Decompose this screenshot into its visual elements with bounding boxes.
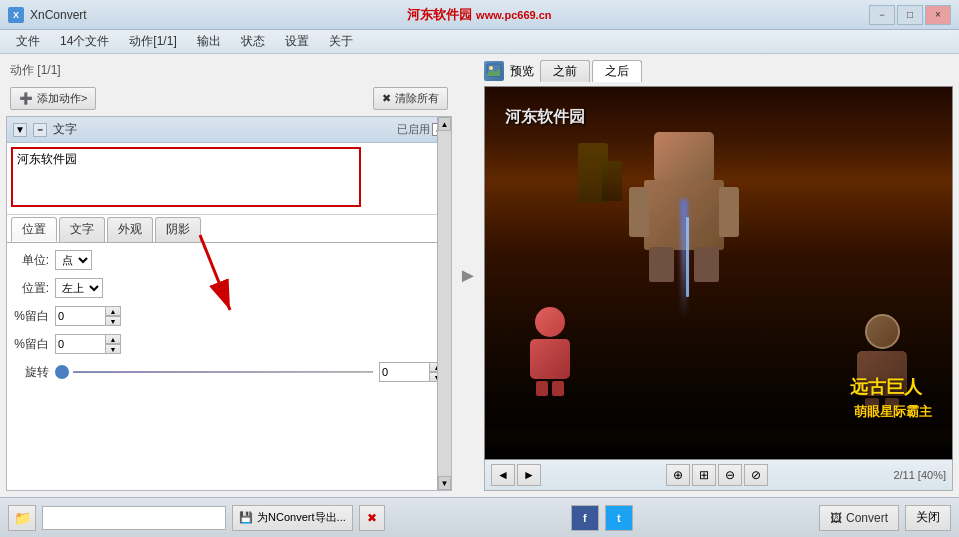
tab-text[interactable]: 文字 — [59, 217, 105, 242]
preview-tabs: 之前 之后 — [540, 60, 642, 82]
close-button[interactable]: 关闭 — [905, 505, 951, 531]
margin-v-spinners: ▲ ▼ — [105, 334, 121, 354]
page-info: 2/11 [40%] — [893, 469, 946, 481]
rotation-handle[interactable] — [55, 365, 69, 379]
scroll-up[interactable]: ▲ — [438, 117, 451, 131]
scroll-track[interactable] — [438, 131, 451, 476]
convert-button[interactable]: 🖼 Convert — [819, 505, 899, 531]
robot-head — [654, 132, 714, 182]
zoom-out-button[interactable]: ⊖ — [718, 464, 742, 486]
zoom-controls: ⊕ ⊞ ⊖ ⊘ — [666, 464, 768, 486]
twitter-button[interactable]: t — [605, 505, 633, 531]
position-label: 位置: — [13, 280, 49, 297]
game-subtitle: 萌眼星际霸主 — [854, 403, 932, 421]
tab-shadow[interactable]: 阴影 — [155, 217, 201, 242]
menu-bar: 文件 14个文件 动作[1/1] 输出 状态 设置 关于 — [0, 30, 959, 54]
robot-leg-r — [694, 247, 719, 282]
structure-2 — [602, 161, 622, 201]
action-name: 文字 — [53, 121, 391, 138]
delete-button[interactable]: ✖ — [359, 505, 385, 531]
clear-all-button[interactable]: ✖ 清除所有 — [373, 87, 448, 110]
margin-v-down[interactable]: ▼ — [105, 344, 121, 354]
preview-controls: ◄ ► ⊕ ⊞ ⊖ ⊘ 2/11 [40%] — [484, 460, 953, 491]
margin-v-field[interactable] — [55, 334, 105, 354]
convert-icon: 🖼 — [830, 511, 842, 525]
zoom-in-button[interactable]: ⊕ — [666, 464, 690, 486]
preview-panel: 预览 之前 之后 — [478, 54, 959, 497]
save-ncvt-button[interactable]: 💾 为NConvert导出... — [232, 505, 353, 531]
settings-content: 单位: 点 位置: 左上 %留白 — [7, 243, 451, 389]
energy-core — [686, 217, 689, 297]
menu-file[interactable]: 文件 — [8, 31, 48, 52]
menu-filecount[interactable]: 14个文件 — [52, 31, 117, 52]
text-content-input[interactable]: 河东软件园 — [11, 147, 361, 207]
scrollbar[interactable]: ▲ ▼ — [437, 117, 451, 490]
menu-about[interactable]: 关于 — [321, 31, 361, 52]
rotation-label: 旋转 — [13, 364, 49, 381]
position-select[interactable]: 左上 — [55, 278, 103, 298]
add-action-button[interactable]: ➕ 添加动作> — [10, 87, 96, 110]
position-row: 位置: 左上 — [13, 277, 445, 299]
prev-button[interactable]: ◄ — [491, 464, 515, 486]
game-title: 远古巨人 — [850, 375, 922, 399]
char1-legs — [522, 381, 577, 396]
maximize-button[interactable]: □ — [897, 5, 923, 25]
actions-title: 动作 [1/1] — [6, 60, 452, 81]
margin-v-input: ▲ ▼ — [55, 334, 121, 354]
rotation-slider-container — [55, 365, 373, 379]
robot-leg-l — [649, 247, 674, 282]
tab-appearance[interactable]: 外观 — [107, 217, 153, 242]
title-bar-left: X XnConvert — [8, 7, 87, 23]
unit-select[interactable]: 点 — [55, 250, 92, 270]
char1-leg-l — [536, 381, 548, 396]
clear-icon: ✖ — [382, 92, 391, 105]
rotation-track[interactable] — [73, 371, 373, 373]
actions-list: ▼ － 文字 已启用 ✓ 河东软件园 位置 文字 外观 阴影 — [6, 116, 452, 491]
tab-after[interactable]: 之后 — [592, 60, 642, 82]
margin-h-field[interactable] — [55, 306, 105, 326]
scroll-down[interactable]: ▼ — [438, 476, 451, 490]
title-bar: X XnConvert 河东软件园 www.pc669.cn － □ × — [0, 0, 959, 30]
close-window-button[interactable]: × — [925, 5, 951, 25]
svg-point-3 — [489, 66, 493, 70]
tab-before[interactable]: 之前 — [540, 60, 590, 82]
preview-icon — [484, 61, 504, 81]
minimize-button[interactable]: － — [869, 5, 895, 25]
char1-leg-r — [552, 381, 564, 396]
game-scene: 河东软件园 远古巨人 萌眼星际霸主 — [485, 87, 952, 459]
zoom-reset-button[interactable]: ⊘ — [744, 464, 768, 486]
window-controls: － □ × — [869, 5, 951, 25]
facebook-button[interactable]: f — [571, 505, 599, 531]
preview-navigation: ◄ ► — [491, 464, 541, 486]
next-button[interactable]: ► — [517, 464, 541, 486]
folder-button[interactable]: 📁 — [8, 505, 36, 531]
menu-status[interactable]: 状态 — [233, 31, 273, 52]
action-expand-button[interactable]: ▼ — [13, 123, 27, 137]
margin-h-label: %留白 — [13, 308, 49, 325]
path-input[interactable] — [42, 506, 226, 530]
tab-bar: 位置 文字 外观 阴影 — [7, 215, 451, 243]
action-item-header: ▼ － 文字 已启用 ✓ — [7, 117, 451, 143]
rotation-field[interactable] — [379, 362, 429, 382]
main-content: 动作 [1/1] ➕ 添加动作> ✖ 清除所有 ▼ － 文字 已启用 ✓ — [0, 54, 959, 497]
character-2 — [850, 314, 915, 414]
unit-label: 单位: — [13, 252, 49, 269]
margin-h-up[interactable]: ▲ — [105, 306, 121, 316]
save-icon: 💾 — [239, 511, 253, 524]
margin-v-up[interactable]: ▲ — [105, 334, 121, 344]
add-icon: ➕ — [19, 92, 33, 105]
margin-h-down[interactable]: ▼ — [105, 316, 121, 326]
char1-body — [530, 339, 570, 379]
center-nav-arrow[interactable]: ► — [458, 54, 478, 497]
preview-header: 预览 之前 之后 — [484, 60, 953, 82]
action-minus-button[interactable]: － — [33, 123, 47, 137]
zoom-fit-button[interactable]: ⊞ — [692, 464, 716, 486]
menu-settings[interactable]: 设置 — [277, 31, 317, 52]
menu-actions[interactable]: 动作[1/1] — [121, 31, 184, 52]
rotation-row: 旋转 ▲ ▼ — [13, 361, 445, 383]
title-watermark: 河东软件园 www.pc669.cn — [407, 6, 551, 24]
robot-arm-l — [629, 187, 649, 237]
menu-output[interactable]: 输出 — [189, 31, 229, 52]
tab-position[interactable]: 位置 — [11, 217, 57, 242]
margin-h-row: %留白 ▲ ▼ — [13, 305, 445, 327]
